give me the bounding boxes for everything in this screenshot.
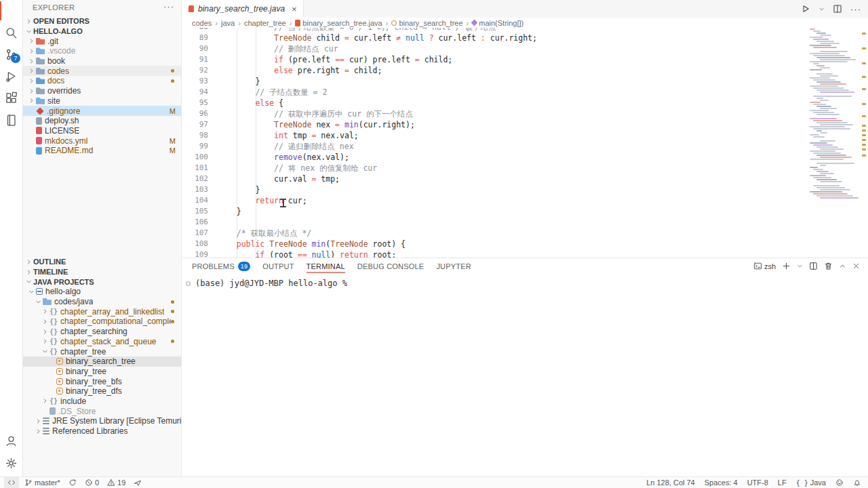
status-sync[interactable] [68, 479, 77, 487]
tree-item-label: .DS_Store [58, 407, 96, 416]
status-errors[interactable]: 0 [85, 479, 99, 487]
activity-run-debug-icon[interactable] [0, 65, 22, 87]
status-warnings[interactable]: 19 [107, 479, 125, 487]
breadcrumb-item[interactable]: chapter_tree [244, 19, 286, 27]
section-header-timeline[interactable]: TIMELINE [23, 267, 181, 277]
activity-settings-icon[interactable] [0, 452, 22, 474]
line-number: 89 [182, 33, 208, 43]
activity-extensions-icon[interactable] [0, 87, 22, 108]
chevron-right-icon [27, 58, 36, 64]
file-icon [36, 137, 42, 144]
tree-item-chapter-tree[interactable]: {}chapter_tree [23, 346, 181, 357]
activity-notebook-icon[interactable] [0, 109, 22, 131]
tree-item-chapter-searching[interactable]: {}chapter_searching [23, 327, 181, 337]
tree-item-docs[interactable]: docs [23, 76, 181, 86]
new-terminal-icon[interactable] [782, 262, 791, 270]
line-number: 91 [182, 54, 208, 65]
tab-binary-search-tree[interactable]: binary_search_tree.java × [182, 0, 304, 18]
run-button[interactable] [801, 4, 810, 14]
warning-mark [862, 103, 866, 105]
code-text: } [218, 76, 260, 87]
library-icon [43, 418, 50, 424]
breadcrumb-item[interactable]: java [221, 19, 235, 27]
run-dropdown-icon[interactable] [818, 6, 825, 12]
terminal-shell-selector[interactable]: zsh [753, 262, 776, 270]
tree-item-codes[interactable]: codes [23, 66, 181, 76]
tree-item-codes-java[interactable]: codes/java [23, 297, 181, 307]
more-actions-icon[interactable]: ··· [850, 4, 861, 14]
tree-item-license[interactable]: LICENSE [23, 126, 181, 136]
tree-item-chapter-array-and-linkedlist[interactable]: {}chapter_array_and_linkedlist [23, 306, 181, 317]
panel-tab-debug-console[interactable]: DEBUG CONSOLE [357, 258, 425, 274]
panel-tab-label: JUPYTER [436, 262, 471, 270]
terminal-dropdown-icon[interactable] [797, 263, 803, 269]
maximize-panel-icon[interactable] [839, 262, 846, 270]
tree-item-readme-md[interactable]: README.mdM [23, 146, 181, 156]
tree-item-binary-tree-bfs[interactable]: binary_tree_bfs [23, 376, 181, 386]
section-header-open-editors[interactable]: OPEN EDITORS [23, 16, 181, 26]
kill-terminal-icon[interactable] [824, 262, 833, 270]
status-indentation[interactable]: Spaces: 4 [705, 479, 738, 487]
section-header-outline[interactable]: OUTLINE [23, 257, 181, 267]
split-editor-icon[interactable] [833, 4, 842, 14]
tree-item-include[interactable]: {}include [23, 396, 181, 407]
panel-tab-jupyter[interactable]: JUPYTER [436, 258, 471, 274]
breadcrumb-item[interactable]: main(String[]) [472, 19, 524, 27]
breadcrumb-separator: › [290, 19, 292, 27]
tree-item-referenced-libraries[interactable]: Referenced Libraries [23, 426, 181, 436]
ibeam-cursor [279, 198, 287, 207]
modified-dot [171, 300, 174, 304]
tree-item-site[interactable]: site [23, 96, 181, 106]
status-remote-indicator[interactable] [4, 477, 19, 488]
tree-item--git[interactable]: .git [23, 36, 181, 46]
tree-item-chapter-computational-complexity[interactable]: {}chapter_computational_complexity [23, 317, 181, 327]
status-notifications[interactable] [853, 479, 861, 487]
tree-item-binary-tree-dfs[interactable]: binary_tree_dfs [23, 386, 181, 396]
status-cursor-position[interactable]: Ln 128, Col 74 [646, 479, 695, 487]
tree-item-label: binary_tree_dfs [66, 386, 122, 396]
status-language-mode[interactable]: { }Java [796, 479, 826, 487]
breadcrumb-item[interactable]: binary_search_tree.java [295, 19, 382, 27]
status-label: Java [810, 479, 826, 487]
terminal-prompt[interactable]: (base) jyd@JYD-MBP hello-algo % [195, 279, 347, 288]
tree-item-overrides[interactable]: overrides [23, 86, 181, 96]
minimap[interactable] [810, 28, 859, 211]
tree-item-book[interactable]: book [23, 56, 181, 66]
tree-item--gitignore[interactable]: .gitignoreM [23, 106, 181, 116]
more-actions-icon[interactable]: ··· [163, 1, 174, 12]
code-editor[interactable]: 88 // 当子结点数量 = 0 / 1 时, child = null / 该… [182, 28, 807, 258]
tree-item-deploy-sh[interactable]: deploy.sh [23, 116, 181, 126]
panel-tab-terminal[interactable]: TERMINAL [307, 258, 345, 274]
panel-tab-output[interactable]: OUTPUT [262, 258, 294, 274]
section-header-java-projects[interactable]: JAVA PROJECTS [23, 277, 181, 287]
tree-item-chapter-stack-and-queue[interactable]: {}chapter_stack_and_queue [23, 337, 181, 347]
activity-source-control-icon[interactable]: 7 [0, 43, 22, 65]
split-terminal-icon[interactable] [809, 262, 818, 270]
breadcrumb-item[interactable]: binary_search_tree [391, 19, 462, 27]
status-eol[interactable]: LF [778, 479, 787, 487]
code-text: // 将 nex 的值复制给 cur [218, 163, 377, 174]
status-feedback[interactable] [835, 479, 844, 487]
activity-explorer-icon[interactable] [0, 0, 22, 22]
status-label: LF [778, 479, 787, 487]
tree-item-binary-search-tree[interactable]: binary_search_tree [23, 357, 181, 367]
tree-item-mkdocs-yml[interactable]: mkdocs.ymlM [23, 136, 181, 146]
status-java-status[interactable] [134, 479, 142, 487]
chevron-right-icon [41, 329, 50, 335]
status-git-branch[interactable]: master* [24, 479, 60, 487]
tree-item--vscode[interactable]: .vscode [23, 46, 181, 56]
tree-item-jre-system-library-eclipse-temurin-17-17-[interactable]: JRE System Library [Eclipse Temurin 17 [… [23, 416, 181, 426]
close-panel-icon[interactable] [852, 262, 860, 270]
panel-tab-problems[interactable]: PROBLEMS19 [192, 258, 250, 274]
activity-account-icon[interactable] [0, 430, 22, 451]
breadcrumb-item[interactable]: codes [192, 19, 212, 27]
status-encoding[interactable]: UTF-8 [747, 479, 768, 487]
close-icon[interactable]: × [292, 4, 297, 14]
file-icon [50, 407, 56, 415]
section-header-hello-algo[interactable]: HELLO-ALGO [23, 26, 181, 37]
activity-search-icon[interactable] [0, 22, 22, 43]
chevron-down-icon [24, 279, 33, 285]
tree-item-hello-algo[interactable]: hello-algo [23, 287, 181, 297]
tree-item--ds-store[interactable]: .DS_Store [23, 406, 181, 416]
tree-item-binary-tree[interactable]: binary_tree [23, 367, 181, 377]
